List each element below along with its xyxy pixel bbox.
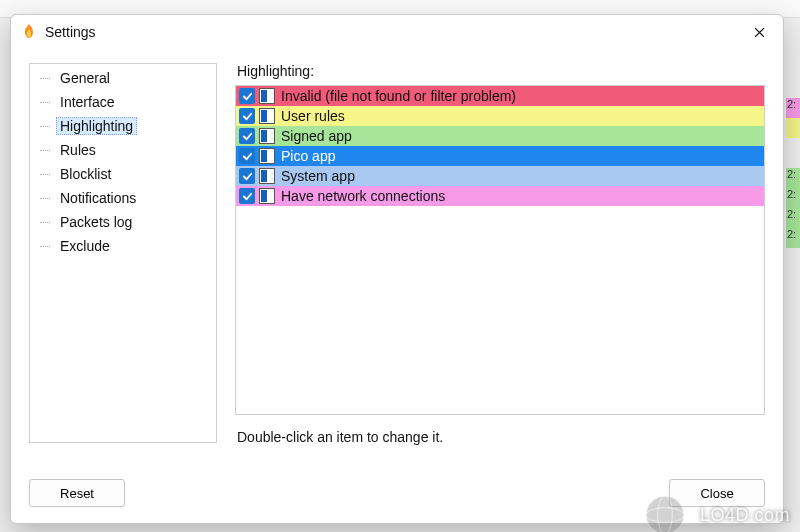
highlight-row[interactable]: Have network connections [236,186,764,206]
row-checkbox[interactable] [239,108,255,124]
window-title: Settings [45,24,739,40]
settings-dialog: Settings GeneralInterfaceHighlightingRul… [10,14,784,524]
app-icon [21,24,37,40]
background-list-fragment: 2: [786,208,800,228]
tree-connector [40,174,50,175]
section-label: Highlighting: [237,63,765,79]
sidebar-item-interface[interactable]: Interface [30,90,216,114]
tree-connector [40,246,50,247]
sidebar-item-label: Notifications [56,190,140,206]
sidebar-item-label: Rules [56,142,100,158]
tree-connector [40,150,50,151]
background-list-fragment [786,118,800,138]
color-swatch-icon[interactable] [259,128,275,144]
close-icon[interactable] [739,17,779,47]
sidebar-item-blocklist[interactable]: Blocklist [30,162,216,186]
hint-text: Double-click an item to change it. [235,429,765,445]
row-label: User rules [279,108,345,124]
row-label: Invalid (file not found or filter proble… [279,88,516,104]
color-swatch-icon[interactable] [259,148,275,164]
sidebar-item-notifications[interactable]: Notifications [30,186,216,210]
row-label: Pico app [279,148,335,164]
sidebar-item-packets-log[interactable]: Packets log [30,210,216,234]
row-checkbox[interactable] [239,88,255,104]
color-swatch-icon[interactable] [259,108,275,124]
background-list-fragment: 2: [786,168,800,188]
row-checkbox[interactable] [239,128,255,144]
tree-connector [40,222,50,223]
highlight-row[interactable]: Pico app [236,146,764,166]
titlebar: Settings [11,15,783,49]
highlight-row[interactable]: Signed app [236,126,764,146]
color-swatch-icon[interactable] [259,168,275,184]
tree-connector [40,78,50,79]
background-list-fragment: 2: [786,228,800,248]
sidebar-item-exclude[interactable]: Exclude [30,234,216,258]
highlight-row[interactable]: User rules [236,106,764,126]
highlighting-pane: Highlighting: Invalid (file not found or… [235,63,765,469]
background-list-fragment: 2: [786,188,800,208]
tree-connector [40,102,50,103]
tree-connector [40,198,50,199]
sidebar-item-label: Interface [56,94,118,110]
sidebar-item-label: Packets log [56,214,136,230]
background-list-fragment: 2: [786,98,800,118]
color-swatch-icon[interactable] [259,88,275,104]
reset-button[interactable]: Reset [29,479,125,507]
row-checkbox[interactable] [239,148,255,164]
sidebar-item-highlighting[interactable]: Highlighting [30,114,216,138]
highlight-row[interactable]: Invalid (file not found or filter proble… [236,86,764,106]
watermark-globe-icon [644,494,686,532]
sidebar-item-label: Blocklist [56,166,115,182]
row-label: Have network connections [279,188,445,204]
highlighting-list[interactable]: Invalid (file not found or filter proble… [235,85,765,415]
highlight-row[interactable]: System app [236,166,764,186]
sidebar-item-label: Highlighting [56,117,137,135]
color-swatch-icon[interactable] [259,188,275,204]
row-label: Signed app [279,128,352,144]
row-label: System app [279,168,355,184]
sidebar-item-label: Exclude [56,238,114,254]
sidebar-item-general[interactable]: General [30,66,216,90]
tree-connector [40,126,50,127]
sidebar-item-label: General [56,70,114,86]
row-checkbox[interactable] [239,168,255,184]
settings-category-tree[interactable]: GeneralInterfaceHighlightingRulesBlockli… [29,63,217,443]
row-checkbox[interactable] [239,188,255,204]
sidebar-item-rules[interactable]: Rules [30,138,216,162]
